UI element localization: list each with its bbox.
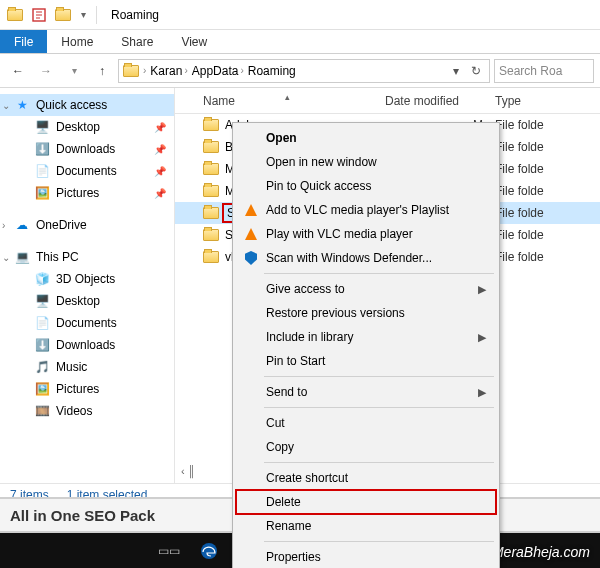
desktop-icon: 🖥️ bbox=[34, 293, 50, 309]
qat-properties-icon[interactable] bbox=[28, 4, 50, 26]
cm-restore-versions[interactable]: Restore previous versions bbox=[236, 301, 496, 325]
menu-separator bbox=[264, 462, 494, 463]
qat-more-icon[interactable] bbox=[52, 4, 74, 26]
nav-onedrive[interactable]: ›☁OneDrive bbox=[0, 214, 174, 236]
pin-icon: 📌 bbox=[154, 188, 166, 199]
context-menu: Open Open in new window Pin to Quick acc… bbox=[232, 122, 500, 568]
task-view-icon[interactable]: ▭▭ bbox=[150, 533, 188, 568]
vlc-icon bbox=[242, 225, 260, 243]
documents-icon: 📄 bbox=[34, 315, 50, 331]
nav-desktop[interactable]: 🖥️Desktop📌 bbox=[0, 116, 174, 138]
cm-vlc-add-playlist[interactable]: Add to VLC media player's Playlist bbox=[236, 198, 496, 222]
menu-separator bbox=[264, 273, 494, 274]
nav-pc-pictures[interactable]: 🖼️Pictures bbox=[0, 378, 174, 400]
chevron-right-icon: ▶ bbox=[478, 331, 486, 344]
nav-downloads[interactable]: ⬇️Downloads📌 bbox=[0, 138, 174, 160]
title-bar: ▾ Roaming bbox=[0, 0, 600, 30]
nav-pictures[interactable]: 🖼️Pictures📌 bbox=[0, 182, 174, 204]
cm-create-shortcut[interactable]: Create shortcut bbox=[236, 466, 496, 490]
nav-pc-desktop[interactable]: 🖥️Desktop bbox=[0, 290, 174, 312]
column-headers[interactable]: Name▴ Date modified Type bbox=[175, 88, 600, 114]
pc-icon: 💻 bbox=[14, 249, 30, 265]
pin-icon: 📌 bbox=[154, 166, 166, 177]
chevron-right-icon: ▶ bbox=[478, 283, 486, 296]
folder-icon bbox=[203, 119, 219, 131]
search-input[interactable]: Search Roa bbox=[494, 59, 594, 83]
menu-separator bbox=[264, 376, 494, 377]
cm-give-access[interactable]: Give access to▶ bbox=[236, 277, 496, 301]
downloads-icon: ⬇️ bbox=[34, 337, 50, 353]
tab-view[interactable]: View bbox=[167, 30, 221, 53]
nav-recent-dropdown[interactable]: ▾ bbox=[62, 59, 86, 83]
nav-documents[interactable]: 📄Documents📌 bbox=[0, 160, 174, 182]
videos-icon: 🎞️ bbox=[34, 403, 50, 419]
pictures-icon: 🖼️ bbox=[34, 381, 50, 397]
nav-pc-downloads[interactable]: ⬇️Downloads bbox=[0, 334, 174, 356]
cm-pin-start[interactable]: Pin to Start bbox=[236, 349, 496, 373]
tab-share[interactable]: Share bbox=[107, 30, 167, 53]
breadcrumb-item: Karan› bbox=[150, 64, 187, 78]
cm-open-new-window[interactable]: Open in new window bbox=[236, 150, 496, 174]
cm-pin-quick-access[interactable]: Pin to Quick access bbox=[236, 174, 496, 198]
navigation-pane: ⌄ ★ Quick access 🖥️Desktop📌 ⬇️Downloads📌… bbox=[0, 88, 175, 483]
nav-3d-objects[interactable]: 🧊3D Objects bbox=[0, 268, 174, 290]
cm-copy[interactable]: Copy bbox=[236, 435, 496, 459]
pin-icon: 📌 bbox=[154, 122, 166, 133]
folder-icon bbox=[203, 141, 219, 153]
address-bar: ← → ▾ ↑ › Karan› AppData› Roaming ▾ ↻ Se… bbox=[0, 54, 600, 88]
folder-icon bbox=[203, 163, 219, 175]
cm-rename[interactable]: Rename bbox=[236, 514, 496, 538]
desktop-icon: 🖥️ bbox=[34, 119, 50, 135]
edge-icon[interactable] bbox=[190, 533, 228, 568]
nav-up-button[interactable]: ↑ bbox=[90, 59, 114, 83]
tab-file[interactable]: File bbox=[0, 30, 47, 53]
cm-scan-defender[interactable]: Scan with Windows Defender... bbox=[236, 246, 496, 270]
nav-pc-videos[interactable]: 🎞️Videos bbox=[0, 400, 174, 422]
shield-icon bbox=[242, 249, 260, 267]
cube-icon: 🧊 bbox=[34, 271, 50, 287]
file-type: File folde bbox=[495, 118, 600, 132]
cm-send-to[interactable]: Send to▶ bbox=[236, 380, 496, 404]
chevron-right-icon: ▶ bbox=[478, 386, 486, 399]
col-type[interactable]: Type bbox=[495, 94, 600, 108]
documents-icon: 📄 bbox=[34, 163, 50, 179]
file-type: File folde bbox=[495, 184, 600, 198]
cm-cut[interactable]: Cut bbox=[236, 411, 496, 435]
nav-this-pc[interactable]: ⌄💻This PC bbox=[0, 246, 174, 268]
folder-icon bbox=[203, 251, 219, 263]
cm-open[interactable]: Open bbox=[236, 126, 496, 150]
nav-pc-music[interactable]: 🎵Music bbox=[0, 356, 174, 378]
tab-home[interactable]: Home bbox=[47, 30, 107, 53]
music-icon: 🎵 bbox=[34, 359, 50, 375]
horizontal-scroll-indicator[interactable]: ‹ ║ bbox=[181, 465, 196, 477]
nav-quick-access[interactable]: ⌄ ★ Quick access bbox=[0, 94, 174, 116]
breadcrumb-box[interactable]: › Karan› AppData› Roaming ▾ ↻ bbox=[118, 59, 490, 83]
refresh-button[interactable]: ↻ bbox=[467, 62, 485, 80]
col-date[interactable]: Date modified bbox=[385, 94, 495, 108]
cm-include-library[interactable]: Include in library▶ bbox=[236, 325, 496, 349]
pin-icon: 📌 bbox=[154, 144, 166, 155]
pictures-icon: 🖼️ bbox=[34, 185, 50, 201]
file-type: File folde bbox=[495, 206, 600, 220]
downloads-icon: ⬇️ bbox=[34, 141, 50, 157]
cm-vlc-play[interactable]: Play with VLC media player bbox=[236, 222, 496, 246]
file-type: File folde bbox=[495, 228, 600, 242]
nav-pc-documents[interactable]: 📄Documents bbox=[0, 312, 174, 334]
qat-dropdown-icon[interactable]: ▾ bbox=[76, 4, 90, 26]
breadcrumb-item: AppData› bbox=[192, 64, 244, 78]
breadcrumb-dropdown-icon[interactable]: ▾ bbox=[447, 62, 465, 80]
qat-folder-icon[interactable] bbox=[4, 4, 26, 26]
file-type: File folde bbox=[495, 162, 600, 176]
file-type: File folde bbox=[495, 250, 600, 264]
nav-back-button[interactable]: ← bbox=[6, 59, 30, 83]
star-icon: ★ bbox=[14, 97, 30, 113]
col-name[interactable]: Name▴ bbox=[175, 94, 385, 108]
breadcrumb-root-icon bbox=[123, 65, 139, 77]
breadcrumb-item: Roaming bbox=[248, 64, 296, 78]
folder-icon bbox=[203, 207, 219, 219]
menu-separator bbox=[264, 407, 494, 408]
cm-delete[interactable]: Delete bbox=[236, 490, 496, 514]
watermark: MeraBheja.com bbox=[492, 544, 590, 560]
cm-properties[interactable]: Properties bbox=[236, 545, 496, 568]
nav-forward-button[interactable]: → bbox=[34, 59, 58, 83]
